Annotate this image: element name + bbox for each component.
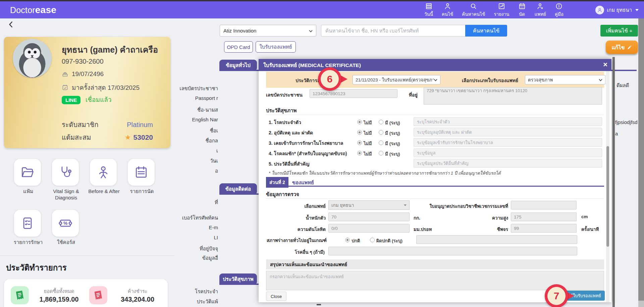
points-label: แต้มสะสม	[62, 132, 91, 143]
general-condition-row: สภาพร่างกายทั่วไปอยู่ในเกณฑ์ ปกติ ผิดปกต…	[259, 235, 611, 244]
general-condition-label: สภาพร่างกายทั่วไปอยู่ในเกณฑ์	[267, 237, 327, 244]
certificate-history-highlight-row: ประวัติการออกใบรั 21/11/2023 - ใบรับรองแ…	[266, 72, 604, 88]
shortcut-use-course[interactable]: %	[52, 210, 79, 237]
radio-no[interactable]	[357, 140, 362, 145]
patient-name: ยุทธนา (game) คำถาเครือ	[62, 43, 158, 56]
close-button[interactable]: Close	[266, 292, 286, 301]
part2-underline	[266, 186, 604, 187]
health-item-input[interactable]	[414, 138, 602, 147]
radio-no[interactable]	[357, 120, 362, 124]
background-fragment: a	[615, 131, 618, 136]
weight-input[interactable]	[328, 212, 410, 221]
nav-item-search-patient[interactable]: ค้นหาคนไข้	[462, 2, 485, 18]
height-label: ความสูง	[446, 214, 508, 222]
health-item-input[interactable]	[414, 148, 602, 157]
doctor-select-value: เกม ยุทธนา	[331, 201, 404, 209]
weight-unit: กก.	[414, 214, 420, 222]
member-level-row: ระดับสมาชิก Platinum	[62, 119, 153, 130]
doctor-summary-header: สรุปความเห็นและข้อแนะนำของแพทย์	[266, 259, 604, 269]
radio-yes[interactable]	[379, 130, 383, 135]
radio-yes[interactable]	[379, 140, 383, 145]
radio-abnormal-label: ผิดปกติ (ระบุ)	[376, 237, 402, 244]
back-button[interactable]	[7, 20, 15, 29]
health-item-input[interactable]	[414, 128, 602, 136]
health-item-label: 4. โรคลมชัก* (สำหรับใบอนุญาตขับรถ)	[269, 150, 347, 157]
shortcut-vital-sign[interactable]	[52, 159, 79, 186]
doctor-select[interactable]: เกม ยุทธนา	[328, 200, 410, 210]
address-textarea[interactable]: 729 *ยานนาวา เขตยานนาวา กรุงเทพมหานคร 10…	[424, 87, 602, 105]
health-item-label: 2. อุบัติเหตุ และ ผ่าตัด	[269, 129, 313, 136]
tab-medical-certificate[interactable]: ใบรับรองแพทย์	[256, 41, 296, 53]
background-fragment: ชื่อกล	[206, 137, 218, 145]
section-tab-general-info[interactable]: ข้อมูลทั่วไป	[219, 60, 257, 71]
shortcut-files[interactable]	[14, 159, 41, 186]
page-scrollbar[interactable]	[638, 18, 644, 307]
nav-item-manual[interactable]: คู่มือ	[555, 2, 564, 18]
certificate-history-select[interactable]: 21/11/2023 - ใบรับรองแพทย์(ตรวจสุขภาพ)	[353, 75, 440, 84]
nav-menu: วันนี้ คนไข้ ค้นหาคนไข้ รายงาน นัด แพทย์	[424, 1, 564, 18]
blood-pressure-label: ความดันโลหิต	[279, 226, 326, 233]
other-disease-input[interactable]	[328, 247, 577, 255]
app-logo[interactable]: Doctorease	[10, 5, 56, 15]
patient-icon	[444, 2, 451, 10]
health-item-label: 5. ประวัติอื่นที่สำคัญ	[269, 160, 309, 168]
edit-button[interactable]: แก้ไข	[606, 41, 638, 54]
general-condition-input[interactable]	[416, 235, 577, 244]
height-input[interactable]	[511, 212, 577, 221]
health-row-other-history: 5. ประวัติอื่นที่สำคัญ	[259, 159, 611, 168]
radio-yes[interactable]	[379, 151, 383, 156]
total-purchase-label: ยอดซื้อทั้งหมด	[32, 287, 86, 295]
close-icon[interactable]: ×	[603, 60, 607, 69]
radio-no[interactable]	[357, 130, 362, 135]
health-row-hospitalized: 3. เคยเข้ารับการรักษาในโรงพยาบาล ไม่มี ม…	[259, 138, 611, 147]
shortcut-label: รายการนัด	[121, 188, 163, 195]
nav-item-appointments[interactable]: นัด	[518, 2, 526, 18]
section-tab-health-history[interactable]: ประวัติสุขภาพ	[219, 273, 257, 285]
radio-yes[interactable]	[379, 120, 383, 124]
marker-circle: 6	[318, 67, 341, 91]
radio-yes-label: มี (ระบุ)	[385, 119, 400, 126]
blood-pressure-input[interactable]	[328, 224, 410, 233]
nav-item-doctors[interactable]: แพทย์	[535, 2, 546, 18]
background-fragment: เลขบัตรประชาชา	[179, 84, 218, 93]
logo-doctor: Doctor	[10, 5, 35, 15]
pulse-input[interactable]	[511, 224, 577, 233]
nav-item-label: คนไข้	[442, 10, 453, 18]
nav-item-reports[interactable]: รายงาน	[494, 2, 509, 18]
nav-item-patients[interactable]: คนไข้	[442, 2, 453, 18]
modal-scrollbar-thumb[interactable]	[606, 146, 609, 247]
user-menu[interactable]: เกม ยุทธนา	[595, 1, 639, 18]
background-fragment: ข้อมูลอื่	[202, 254, 218, 262]
radio-no-label: ไม่มี	[364, 150, 372, 158]
background-fragment: English Nar	[192, 117, 218, 122]
certificate-type-select[interactable]: ตรวจสุขภาพ	[525, 75, 605, 84]
receipt-icon	[11, 286, 29, 304]
patient-birthdate-row: 19/07/2496	[62, 70, 104, 78]
health-item-input[interactable]	[414, 159, 602, 168]
patient-search-input[interactable]	[321, 25, 465, 37]
shortcut-before-after[interactable]	[90, 159, 117, 186]
nav-item-today[interactable]: วันนี้	[424, 2, 433, 18]
health-row-chronic-disease: 1. โรคประจำตัว ไม่มี มี (ระบุ)	[259, 117, 611, 126]
tab-opd-card[interactable]: OPD Card	[224, 41, 253, 53]
section-tab-contact-info[interactable]: ข้อมูลติดต่อ	[219, 183, 257, 195]
license-number-input[interactable]	[511, 201, 577, 209]
radio-yes-label: มี (ระบุ)	[385, 140, 400, 147]
health-item-input[interactable]	[414, 117, 602, 126]
pencil-icon	[627, 45, 632, 50]
background-fragment: โรคประจำ	[195, 288, 218, 296]
person-icon	[96, 165, 111, 180]
inner-scrollbar[interactable]	[612, 57, 615, 307]
background-fragment: ดีผลดี	[616, 81, 629, 89]
avatar[interactable]	[13, 39, 52, 78]
radio-no-label: ไม่มี	[364, 119, 372, 126]
shortcut-treatment-list[interactable]	[14, 210, 41, 237]
clinic-select[interactable]: Atiz Innovation	[220, 25, 316, 37]
add-patient-button[interactable]: เพิ่มคนไข้ +	[600, 25, 638, 37]
search-patient-button[interactable]: ค้นหาคนไข้	[465, 25, 507, 37]
radio-no[interactable]	[357, 151, 362, 156]
shortcut-appointment-list[interactable]	[128, 159, 155, 186]
marker-number: 6	[321, 70, 339, 88]
radio-abnormal[interactable]	[370, 238, 375, 242]
radio-normal[interactable]	[345, 238, 350, 242]
